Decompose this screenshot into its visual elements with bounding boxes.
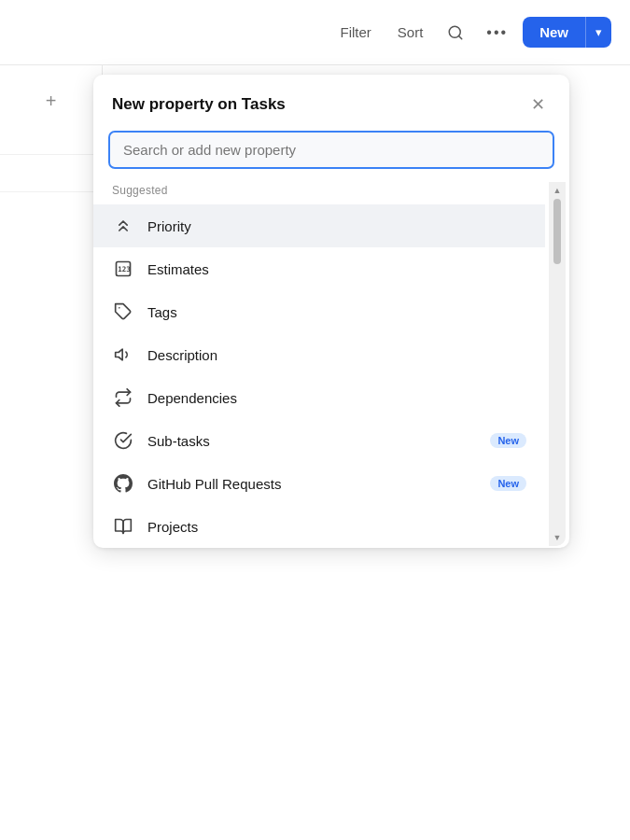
new-dropdown-button[interactable]: ▾ bbox=[585, 17, 611, 48]
dependencies-icon bbox=[112, 386, 134, 409]
search-icon bbox=[447, 24, 464, 41]
scrollbar[interactable]: ▲ ▼ bbox=[549, 182, 566, 546]
sort-label: Sort bbox=[398, 24, 424, 40]
scroll-up-arrow[interactable]: ▲ bbox=[553, 186, 562, 195]
svg-marker-5 bbox=[116, 349, 123, 360]
dependencies-label: Dependencies bbox=[147, 390, 526, 406]
github-icon bbox=[112, 472, 134, 495]
projects-icon bbox=[112, 515, 134, 538]
github-pull-requests-label: GitHub Pull Requests bbox=[147, 476, 477, 492]
page-wrapper: Filter Sort ••• New ▾ + bbox=[0, 0, 630, 840]
property-item-priority[interactable]: Priority bbox=[93, 204, 545, 247]
dropdown-scroll-area: Suggested Priority bbox=[93, 180, 569, 548]
chevron-down-icon: ▾ bbox=[595, 25, 602, 39]
dropdown-content: Suggested Priority bbox=[93, 180, 545, 548]
property-list: Priority 123 Estimates bbox=[93, 204, 545, 548]
search-container bbox=[93, 131, 569, 180]
property-item-description[interactable]: Description bbox=[93, 333, 545, 376]
suggested-label: Suggested bbox=[93, 180, 545, 204]
tags-label: Tags bbox=[147, 304, 526, 320]
new-label: New bbox=[539, 24, 568, 40]
filter-label: Filter bbox=[340, 24, 371, 40]
priority-label: Priority bbox=[147, 218, 526, 234]
sub-tasks-badge: New bbox=[490, 433, 526, 448]
property-item-github-pull-requests[interactable]: GitHub Pull Requests New bbox=[93, 462, 545, 505]
dropdown-header: New property on Tasks ✕ bbox=[93, 75, 569, 131]
filter-button[interactable]: Filter bbox=[330, 19, 380, 46]
sub-tasks-icon bbox=[112, 429, 134, 452]
content-area: + New property on Tasks ✕ Su bbox=[0, 65, 630, 192]
row-placeholder-1 bbox=[0, 118, 102, 155]
github-pull-requests-badge: New bbox=[490, 476, 526, 491]
property-item-tags[interactable]: Tags bbox=[93, 290, 545, 333]
new-button-group: New ▾ bbox=[523, 17, 611, 48]
left-panel: + bbox=[0, 65, 103, 192]
plus-icon: + bbox=[46, 91, 57, 112]
dropdown-title: New property on Tasks bbox=[112, 95, 286, 114]
add-column-button[interactable]: + bbox=[35, 84, 68, 118]
scroll-down-arrow[interactable]: ▼ bbox=[553, 533, 562, 542]
svg-line-1 bbox=[459, 35, 462, 38]
new-main-button[interactable]: New bbox=[523, 17, 585, 48]
projects-label: Projects bbox=[147, 519, 526, 535]
description-label: Description bbox=[147, 347, 526, 363]
sort-button[interactable]: Sort bbox=[388, 19, 433, 46]
sub-tasks-label: Sub-tasks bbox=[147, 433, 477, 449]
priority-icon bbox=[112, 215, 134, 237]
description-icon bbox=[112, 343, 134, 366]
more-icon: ••• bbox=[486, 24, 508, 41]
search-icon-button[interactable] bbox=[440, 19, 471, 47]
property-item-dependencies[interactable]: Dependencies bbox=[93, 376, 545, 419]
tags-icon bbox=[112, 301, 134, 323]
close-button[interactable]: ✕ bbox=[525, 91, 551, 118]
estimates-label: Estimates bbox=[147, 261, 526, 277]
toolbar: Filter Sort ••• New ▾ bbox=[0, 0, 630, 65]
property-item-sub-tasks[interactable]: Sub-tasks New bbox=[93, 419, 545, 462]
estimates-icon: 123 bbox=[112, 258, 134, 280]
search-input[interactable] bbox=[108, 131, 554, 169]
property-item-estimates[interactable]: 123 Estimates bbox=[93, 247, 545, 290]
dropdown-panel: New property on Tasks ✕ Suggested bbox=[93, 75, 569, 548]
svg-text:123: 123 bbox=[118, 265, 131, 273]
property-item-projects[interactable]: Projects bbox=[93, 505, 545, 548]
more-options-button[interactable]: ••• bbox=[479, 19, 515, 47]
row-placeholder-2 bbox=[0, 155, 102, 192]
scrollbar-thumb[interactable] bbox=[553, 199, 561, 264]
close-icon: ✕ bbox=[531, 94, 545, 115]
